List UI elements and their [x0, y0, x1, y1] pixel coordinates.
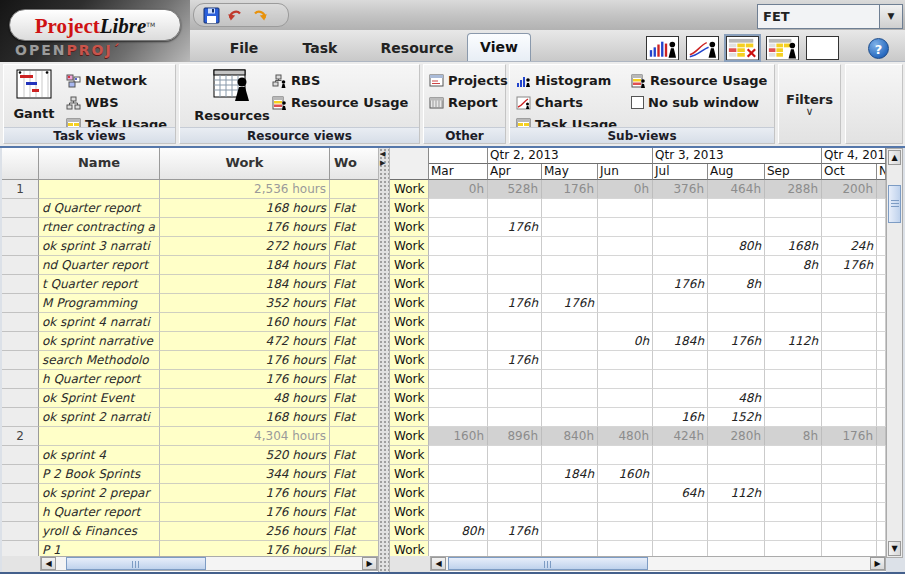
work-value-cell[interactable] [542, 446, 598, 465]
work-value-cell[interactable] [822, 503, 877, 522]
combobox-value[interactable]: FET [757, 4, 879, 29]
work-value-cell[interactable] [877, 256, 886, 275]
resource-usage-button[interactable]: Resource Usage [272, 95, 408, 110]
work-value-cell[interactable] [822, 484, 877, 503]
work-value-cell[interactable] [822, 465, 877, 484]
work-value-cell[interactable] [429, 256, 488, 275]
work-value-cell[interactable] [598, 503, 653, 522]
row-number-header[interactable] [2, 148, 39, 180]
work-value-cell[interactable] [877, 370, 886, 389]
vertical-scroll-thumb[interactable] [888, 185, 901, 223]
redo-icon[interactable] [251, 7, 268, 24]
work-value-cell[interactable] [429, 199, 488, 218]
work-contour-cell[interactable]: Flat [330, 256, 378, 275]
splitter-collapse-left-icon[interactable]: ◀ [380, 150, 385, 158]
work-hours-cell[interactable]: 176 hours [160, 503, 330, 522]
work-contour-cell[interactable]: Flat [330, 351, 378, 370]
no-sub-window-checkbox-item[interactable]: No sub window [631, 95, 759, 110]
row-number-cell[interactable] [2, 484, 39, 503]
work-value-cell[interactable] [488, 484, 542, 503]
work-value-cell[interactable] [653, 465, 708, 484]
histogram-person-button[interactable] [646, 36, 679, 60]
work-value-cell[interactable]: 168h [765, 237, 822, 256]
work-hours-cell[interactable]: 344 hours [160, 465, 330, 484]
work-value-cell[interactable]: 176h [653, 275, 708, 294]
work-value-cell[interactable] [765, 484, 822, 503]
row-number-cell[interactable] [2, 522, 39, 541]
work-value-cell[interactable] [429, 408, 488, 427]
work-value-cell[interactable] [598, 389, 653, 408]
work-value-cell[interactable] [598, 275, 653, 294]
work-value-cell[interactable] [822, 332, 877, 351]
work-hours-cell[interactable]: 176 hours [160, 370, 330, 389]
task-name-cell[interactable] [39, 180, 160, 199]
work-value-cell[interactable] [822, 370, 877, 389]
work-value-cell[interactable] [822, 294, 877, 313]
work-value-cell[interactable] [598, 522, 653, 541]
work-value-cell[interactable] [488, 503, 542, 522]
work-contour-cell[interactable]: Flat [330, 465, 378, 484]
work-value-cell[interactable] [429, 351, 488, 370]
tab-task[interactable]: Task [290, 35, 350, 61]
help-icon[interactable]: ? [868, 38, 889, 59]
projects-button[interactable]: Projects [429, 73, 508, 88]
work-value-cell[interactable] [822, 389, 877, 408]
work-value-cell[interactable]: 480h [598, 427, 653, 446]
work-value-cell[interactable]: 200h [822, 180, 877, 199]
work-value-cell[interactable] [542, 389, 598, 408]
save-icon[interactable] [203, 7, 220, 24]
work-value-cell[interactable] [765, 446, 822, 465]
work-value-cell[interactable] [708, 522, 765, 541]
scroll-right-icon[interactable]: ▶ [870, 557, 885, 570]
work-value-cell[interactable] [429, 446, 488, 465]
work-contour-cell[interactable]: Flat [330, 294, 378, 313]
work-value-cell[interactable]: 896h [488, 427, 542, 446]
splitter-collapse-right-icon[interactable]: ▶ [380, 159, 385, 167]
work-value-cell[interactable]: 0h [429, 180, 488, 199]
work-contour-cell[interactable]: Flat [330, 237, 378, 256]
work-value-cell[interactable]: 528h [488, 180, 542, 199]
work-value-cell[interactable] [765, 465, 822, 484]
work-value-cell[interactable]: 176h [708, 332, 765, 351]
work-value-cell[interactable] [877, 427, 886, 446]
work-contour-cell[interactable]: Flat [330, 218, 378, 237]
work-hours-cell[interactable]: 48 hours [160, 389, 330, 408]
work-value-cell[interactable] [429, 294, 488, 313]
work-value-cell[interactable]: 184h [542, 465, 598, 484]
left-scroll-track[interactable] [56, 557, 362, 570]
work-value-cell[interactable] [542, 351, 598, 370]
work-value-cell[interactable] [653, 522, 708, 541]
row-number-cell[interactable] [2, 332, 39, 351]
resources-button[interactable]: Resources [194, 69, 270, 123]
work-value-cell[interactable] [822, 275, 877, 294]
work-value-cell[interactable] [877, 484, 886, 503]
work-value-cell[interactable] [765, 389, 822, 408]
work-column-header[interactable]: Work [160, 148, 330, 180]
work-value-cell[interactable] [542, 218, 598, 237]
work-value-cell[interactable] [877, 313, 886, 332]
work-value-cell[interactable]: 176h [822, 256, 877, 275]
work-value-cell[interactable]: 288h [765, 180, 822, 199]
task-name-cell[interactable]: ok sprint narrative [39, 332, 160, 351]
row-number-cell[interactable] [2, 218, 39, 237]
work-hours-cell[interactable]: 472 hours [160, 332, 330, 351]
work-value-cell[interactable]: 0h [598, 332, 653, 351]
no-sub-window-checkbox[interactable] [631, 96, 644, 109]
work-value-cell[interactable] [542, 503, 598, 522]
work-value-cell[interactable] [429, 484, 488, 503]
timeline-scroll-thumb[interactable] [448, 557, 648, 570]
row-number-cell[interactable] [2, 370, 39, 389]
work-value-cell[interactable] [488, 313, 542, 332]
work-hours-cell[interactable]: 168 hours [160, 408, 330, 427]
work-value-cell[interactable] [877, 199, 886, 218]
work-hours-cell[interactable]: 184 hours [160, 275, 330, 294]
work-value-cell[interactable]: 0h [598, 180, 653, 199]
row-number-cell[interactable] [2, 294, 39, 313]
work-contour-cell[interactable]: Flat [330, 199, 378, 218]
scroll-left-icon[interactable]: ◀ [41, 557, 56, 570]
work-hours-cell[interactable]: 176 hours [160, 484, 330, 503]
task-name-cell[interactable]: ok sprint 3 narrati [39, 237, 160, 256]
table-close-button[interactable] [726, 36, 759, 60]
work-value-cell[interactable]: 48h [708, 389, 765, 408]
work-value-cell[interactable] [598, 294, 653, 313]
